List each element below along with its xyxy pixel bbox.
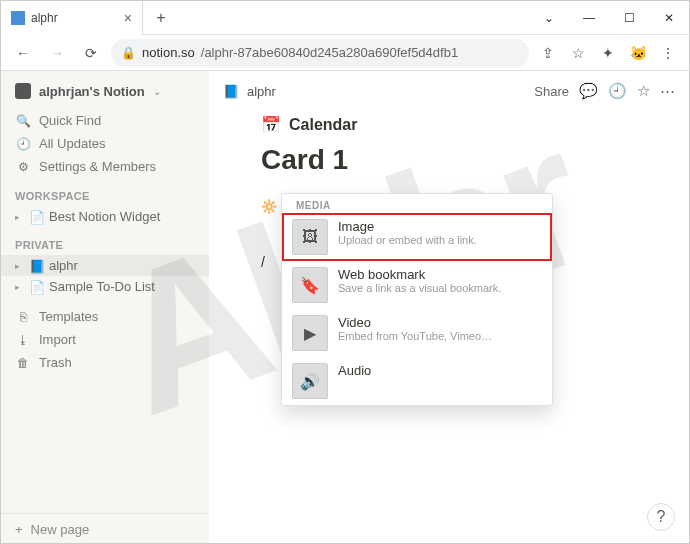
workspace-name: alphrjan's Notion xyxy=(39,84,145,99)
main-area: 📘 alphr Share 💬 🕘 ☆ ⋯ 📅 Calendar Card 1 … xyxy=(209,71,689,544)
breadcrumb-icon: 📘 xyxy=(223,84,239,99)
sidebar-all-updates[interactable]: 🕘 All Updates xyxy=(1,132,209,155)
close-tab-icon[interactable]: × xyxy=(124,10,132,26)
page-icon: 📄 xyxy=(29,280,43,294)
popup-item-video[interactable]: ▶ Video Embed from YouTube, Vimeo… xyxy=(282,309,552,357)
calendar-icon: 📅 xyxy=(261,115,281,134)
sidebar-item-label: Import xyxy=(39,332,76,347)
url-path: /alphr-87abe60840d245a280a690fef5d4dfb1 xyxy=(201,45,458,60)
page-label: alphr xyxy=(49,258,78,273)
page-icon: 📘 xyxy=(29,259,43,273)
lock-icon: 🔒 xyxy=(121,46,136,60)
sidebar-page[interactable]: ▸ 📄 Sample To-Do List xyxy=(1,276,209,297)
sidebar-quick-find[interactable]: 🔍 Quick Find xyxy=(1,109,209,132)
sidebar-item-label: Trash xyxy=(39,355,72,370)
profile-avatar-icon[interactable]: 🐱 xyxy=(625,40,651,66)
popup-item-title: Audio xyxy=(338,363,371,378)
image-thumb-icon: 🖼 xyxy=(292,219,328,255)
popup-item-image[interactable]: 🖼 Image Upload or embed with a link. xyxy=(282,213,552,261)
sidebar-item-label: Settings & Members xyxy=(39,159,156,174)
updates-icon[interactable]: 🕘 xyxy=(608,82,627,100)
window-dropdown-icon[interactable]: ⌄ xyxy=(529,1,569,35)
window-close-icon[interactable]: ✕ xyxy=(649,1,689,35)
page-topbar: 📘 alphr Share 💬 🕘 ☆ ⋯ xyxy=(209,71,689,111)
browser-menu-icon[interactable]: ⋮ xyxy=(655,40,681,66)
help-button[interactable]: ? xyxy=(647,503,675,531)
breadcrumb[interactable]: alphr xyxy=(247,84,276,99)
new-tab-button[interactable]: + xyxy=(149,9,173,27)
page-label: Best Notion Widget xyxy=(49,209,160,224)
video-thumb-icon: ▶ xyxy=(292,315,328,351)
sidebar-section-private: PRIVATE xyxy=(1,227,209,255)
popup-item-title: Video xyxy=(338,315,492,330)
page-icon: 📄 xyxy=(29,210,43,224)
import-icon: ⭳ xyxy=(15,333,31,347)
new-page-button[interactable]: + New page xyxy=(1,513,209,544)
sidebar: alphrjan's Notion ⌄ 🔍 Quick Find 🕘 All U… xyxy=(1,71,209,544)
sidebar-settings[interactable]: ⚙ Settings & Members xyxy=(1,155,209,178)
bookmark-thumb-icon: 🔖 xyxy=(292,267,328,303)
favorite-icon[interactable]: ☆ xyxy=(637,82,650,100)
window-minimize-icon[interactable]: — xyxy=(569,1,609,35)
reload-button[interactable]: ⟳ xyxy=(77,39,105,67)
caret-icon[interactable]: ▸ xyxy=(15,212,23,222)
trash-icon: 🗑 xyxy=(15,356,31,370)
popup-item-sub: Embed from YouTube, Vimeo… xyxy=(338,330,492,342)
more-icon[interactable]: ⋯ xyxy=(660,82,675,100)
popup-item-sub: Save a link as a visual bookmark. xyxy=(338,282,501,294)
search-icon: 🔍 xyxy=(15,114,31,128)
popup-item-web-bookmark[interactable]: 🔖 Web bookmark Save a link as a visual b… xyxy=(282,261,552,309)
popup-item-sub: Upload or embed with a link. xyxy=(338,234,477,246)
sidebar-page[interactable]: ▸ 📄 Best Notion Widget xyxy=(1,206,209,227)
sidebar-import[interactable]: ⭳ Import xyxy=(1,328,209,351)
popup-item-title: Web bookmark xyxy=(338,267,501,282)
window-controls: ⌄ — ☐ ✕ xyxy=(529,1,689,35)
tab-label: alphr xyxy=(31,11,58,25)
chevron-down-icon: ⌄ xyxy=(153,86,161,97)
property-icon: 🔆 xyxy=(261,199,277,214)
sidebar-item-label: All Updates xyxy=(39,136,105,151)
plus-icon: + xyxy=(15,522,23,537)
workspace-icon xyxy=(15,83,31,99)
window-maximize-icon[interactable]: ☐ xyxy=(609,1,649,35)
popup-item-audio[interactable]: 🔊 Audio xyxy=(282,357,552,405)
clock-icon: 🕘 xyxy=(15,137,31,151)
comments-icon[interactable]: 💬 xyxy=(579,82,598,100)
address-bar: ← → ⟳ 🔒 notion.so/alphr-87abe60840d245a2… xyxy=(1,35,689,71)
parent-page-header[interactable]: 📅 Calendar xyxy=(261,115,637,134)
url-domain: notion.so xyxy=(142,45,195,60)
share-button[interactable]: Share xyxy=(534,84,569,99)
caret-icon[interactable]: ▸ xyxy=(15,282,23,292)
forward-button[interactable]: → xyxy=(43,39,71,67)
back-button[interactable]: ← xyxy=(9,39,37,67)
audio-thumb-icon: 🔊 xyxy=(292,363,328,399)
bookmark-star-icon[interactable]: ☆ xyxy=(565,40,591,66)
popup-item-title: Image xyxy=(338,219,477,234)
tab-favicon xyxy=(11,11,25,25)
slash-menu-popup: MEDIA 🖼 Image Upload or embed with a lin… xyxy=(281,193,553,406)
share-url-icon[interactable]: ⇪ xyxy=(535,40,561,66)
new-page-label: New page xyxy=(31,522,90,537)
window-titlebar: alphr × + ⌄ — ☐ ✕ xyxy=(1,1,689,35)
browser-tab[interactable]: alphr × xyxy=(1,1,143,35)
sidebar-item-label: Templates xyxy=(39,309,98,324)
templates-icon: ⎘ xyxy=(15,310,31,324)
popup-section-label: MEDIA xyxy=(282,194,552,213)
caret-icon[interactable]: ▸ xyxy=(15,261,23,271)
sidebar-templates[interactable]: ⎘ Templates xyxy=(1,305,209,328)
parent-page-name: Calendar xyxy=(289,116,357,134)
extensions-icon[interactable]: ✦ xyxy=(595,40,621,66)
page-label: Sample To-Do List xyxy=(49,279,155,294)
workspace-switcher[interactable]: alphrjan's Notion ⌄ xyxy=(1,79,209,109)
sidebar-section-workspace: WORKSPACE xyxy=(1,178,209,206)
page-title[interactable]: Card 1 xyxy=(261,144,637,176)
gear-icon: ⚙ xyxy=(15,160,31,174)
sidebar-page-active[interactable]: ▸ 📘 alphr xyxy=(1,255,209,276)
sidebar-trash[interactable]: 🗑 Trash xyxy=(1,351,209,374)
sidebar-item-label: Quick Find xyxy=(39,113,101,128)
url-input[interactable]: 🔒 notion.so/alphr-87abe60840d245a280a690… xyxy=(111,39,529,67)
